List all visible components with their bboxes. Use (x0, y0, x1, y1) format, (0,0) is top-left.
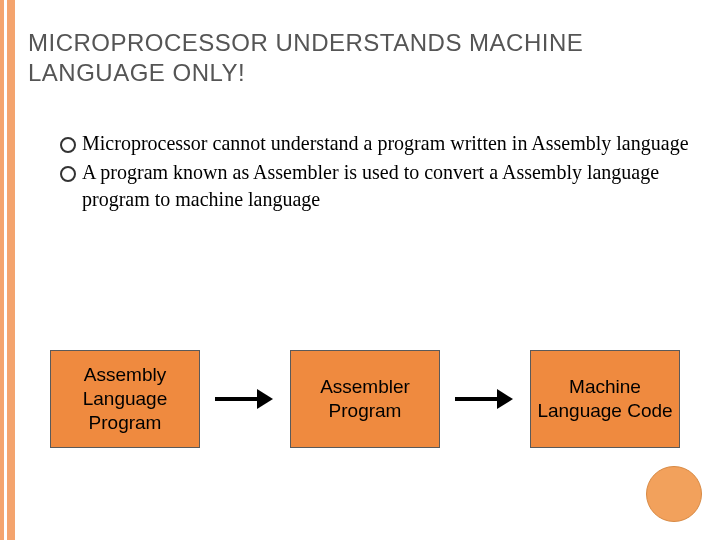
flow-box-machine-code: Machine Language Code (530, 350, 680, 448)
bullet-list: Microprocessor cannot understand a progr… (60, 130, 690, 215)
bullet-item: Microprocessor cannot understand a progr… (60, 130, 690, 157)
decorative-circle-icon (646, 466, 702, 522)
slide-title: MICROPROCESSOR UNDERSTANDS MACHINE LANGU… (28, 28, 700, 88)
flow-diagram: Assembly Language Program Assembler Prog… (50, 350, 680, 448)
arrow-icon (215, 389, 275, 409)
arrow-icon (455, 389, 515, 409)
left-accent-stripe (0, 0, 18, 540)
bullet-item: A program known as Assembler is used to … (60, 159, 690, 213)
flow-box-assembly-program: Assembly Language Program (50, 350, 200, 448)
flow-box-assembler: Assembler Program (290, 350, 440, 448)
